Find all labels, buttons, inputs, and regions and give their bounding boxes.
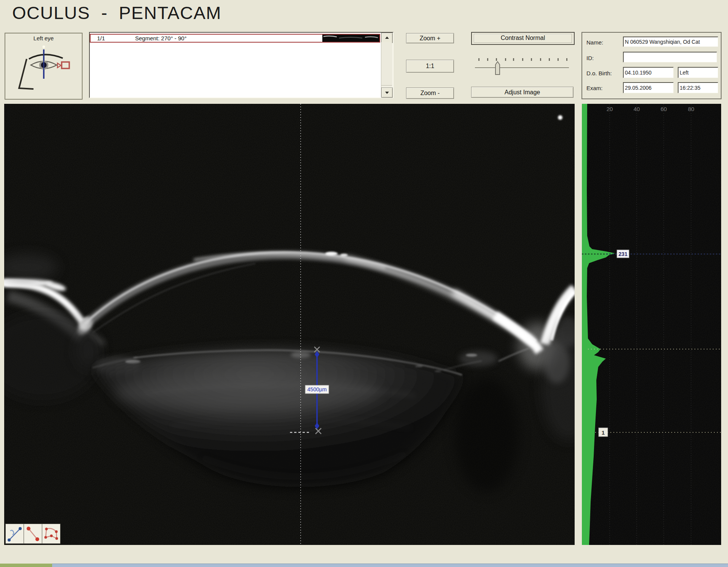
svg-text:4500µm: 4500µm xyxy=(307,386,327,392)
svg-text:231: 231 xyxy=(618,251,628,257)
svg-text:80: 80 xyxy=(688,106,695,112)
svg-text:60: 60 xyxy=(661,106,667,112)
svg-text:40: 40 xyxy=(634,106,640,112)
svg-text:20: 20 xyxy=(607,106,613,112)
svg-text:1: 1 xyxy=(602,429,605,436)
